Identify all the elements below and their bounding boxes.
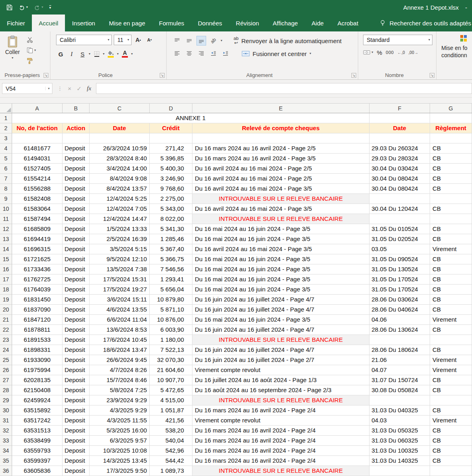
font-size-select[interactable]: 11 ▾ — [114, 35, 132, 45]
cell[interactable]: 61733436 — [12, 264, 63, 274]
cell[interactable]: Deposit — [63, 194, 90, 204]
accounting-dropdown-icon[interactable]: ▾ — [372, 51, 373, 54]
paste-dropdown-icon[interactable]: ▾ — [12, 56, 13, 60]
cell[interactable] — [370, 113, 430, 123]
undo-dropdown-icon[interactable]: ▾ — [26, 6, 28, 9]
cell[interactable]: Deposit — [63, 365, 90, 375]
cell[interactable]: 4 515,00 — [150, 395, 192, 405]
cell[interactable] — [430, 395, 472, 405]
cell[interactable] — [12, 133, 63, 143]
cell[interactable]: 61975994 — [12, 365, 63, 375]
row-header-15[interactable]: 15 — [0, 254, 12, 264]
cell[interactable]: INTROUVABLE SUR LE RELEVE BANCAIRE — [192, 466, 370, 476]
cell[interactable]: Virement compte revolut — [192, 416, 370, 426]
tab-formules[interactable]: Formules — [152, 15, 191, 31]
cell[interactable]: No, de l'action — [12, 123, 63, 133]
cell[interactable]: 7 546,56 — [150, 264, 192, 274]
select-all-button[interactable] — [0, 104, 12, 113]
cell[interactable]: 2 275,00 — [150, 194, 192, 204]
cell[interactable]: Deposit — [63, 214, 90, 224]
cell[interactable]: 61685809 — [12, 224, 63, 234]
cell[interactable]: 31.03 Du 140325 — [370, 456, 430, 466]
font-color-dropdown-icon[interactable]: ▾ — [131, 52, 133, 56]
cell[interactable]: 63559793 — [12, 446, 63, 456]
cell[interactable]: 30.04 Du 080424 — [370, 174, 430, 184]
row-header-30[interactable]: 30 — [0, 405, 12, 416]
cell[interactable]: 5/8/2024 7:25 — [90, 385, 150, 395]
align-right-button[interactable] — [196, 49, 206, 58]
cell[interactable]: Deposit — [63, 405, 90, 416]
cell[interactable]: 4/3/2025 11:55 — [90, 416, 150, 426]
cell[interactable]: 6/3/2025 9:57 — [90, 436, 150, 446]
police-dialog-launcher[interactable]: ↘ — [160, 73, 165, 78]
cell[interactable]: 61556288 — [12, 184, 63, 194]
cell[interactable]: 1 293,41 — [150, 274, 192, 285]
comma-style-button[interactable]: 000 — [386, 50, 394, 55]
cell[interactable]: 28.06 Du 180624 — [370, 345, 430, 355]
row-header-17[interactable]: 17 — [0, 274, 12, 285]
cell[interactable]: 30.04 Du 030424 — [370, 164, 430, 174]
alignement-dialog-launcher[interactable]: ↘ — [351, 73, 356, 78]
cell[interactable]: 61847120 — [12, 315, 63, 325]
cell[interactable]: 15/7/2024 8:46 — [90, 375, 150, 385]
cell[interactable]: Deposit — [63, 174, 90, 184]
cell[interactable]: 4/3/2025 9:29 — [90, 405, 150, 416]
cell[interactable]: 61933090 — [12, 355, 63, 365]
row-header-25[interactable]: 25 — [0, 355, 12, 365]
cell[interactable]: Du 16 mai 2024 au 16 juin 2024 - Page 3/… — [192, 224, 370, 234]
cell[interactable]: 61891533 — [12, 335, 63, 345]
tab-revision[interactable]: Révision — [229, 15, 266, 31]
cell[interactable]: Deposit — [63, 375, 90, 385]
cell[interactable] — [90, 133, 150, 143]
cell[interactable]: Date — [90, 123, 150, 133]
copy-dropdown-icon[interactable]: ▾ — [34, 49, 36, 52]
quick-access-customize-button[interactable]: ▾ — [49, 5, 51, 10]
cell[interactable]: 8/4/2024 9:08 — [90, 174, 150, 184]
row-header-16[interactable]: 16 — [0, 264, 12, 274]
cell[interactable]: Deposit — [63, 436, 90, 446]
cell[interactable]: Virement — [430, 244, 472, 254]
tab-insertion[interactable]: Insertion — [65, 15, 102, 31]
cell[interactable]: 13/5/2024 7:38 — [90, 264, 150, 274]
row-header-11[interactable]: 11 — [0, 214, 12, 224]
cell[interactable]: CB — [430, 254, 472, 264]
font-color-button[interactable]: A — [120, 49, 129, 59]
cell[interactable]: 18/6/2024 13:47 — [90, 345, 150, 355]
column-header-D[interactable]: D — [150, 104, 192, 113]
cell[interactable]: 1/5/2024 13:33 — [90, 224, 150, 234]
cell[interactable]: Deposit — [63, 426, 90, 436]
cell[interactable]: CB — [430, 405, 472, 416]
cell[interactable]: 03.05 — [370, 244, 430, 254]
enter-entry-button[interactable]: ✓ — [77, 85, 82, 92]
cell[interactable]: 62028135 — [12, 375, 63, 385]
cell[interactable]: Du 16 juin 2024 au 16 juillet 2024 - Pag… — [192, 345, 370, 355]
column-header-G[interactable]: G — [430, 104, 472, 113]
cell[interactable]: 271,42 — [150, 143, 192, 154]
cell[interactable]: 61582408 — [12, 194, 63, 204]
paste-button[interactable]: Coller ▾ — [1, 33, 24, 64]
row-header-3[interactable]: 3 — [0, 133, 12, 143]
cell[interactable]: Deposit — [63, 164, 90, 174]
cell[interactable]: 17/6/2024 10:45 — [90, 335, 150, 345]
cell[interactable]: CB — [430, 154, 472, 164]
cell[interactable]: 2/5/2024 16:39 — [90, 234, 150, 244]
cell[interactable]: 61696315 — [12, 244, 63, 254]
column-header-E[interactable]: E — [192, 104, 370, 113]
cell[interactable]: 9 768,60 — [150, 184, 192, 194]
cell[interactable]: 10 907,70 — [150, 375, 192, 385]
cell[interactable]: 4/6/2024 13:55 — [90, 305, 150, 315]
cell[interactable]: 61694419 — [12, 234, 63, 244]
row-header-4[interactable]: 4 — [0, 143, 12, 154]
row-header-28[interactable]: 28 — [0, 385, 12, 395]
row-header-20[interactable]: 20 — [0, 305, 12, 315]
cell[interactable]: INTROUVABLE SUR LE RELEVE BANCAIRE — [192, 395, 370, 405]
borders-dropdown-icon[interactable]: ▾ — [103, 52, 104, 56]
cell[interactable]: 31.03 Du 040325 — [370, 405, 430, 416]
cell[interactable]: Du 16 mars 2024 au 16 avril 2024 - Page … — [192, 143, 370, 154]
cell[interactable]: 28.06 Du 030624 — [370, 295, 430, 305]
cell[interactable]: 1 089,73 — [150, 466, 192, 476]
cell[interactable]: Deposit — [63, 456, 90, 466]
cell[interactable]: Du 16 mars 2024 au 16 avril 2024 - Page … — [192, 436, 370, 446]
cell[interactable]: Deposit — [63, 254, 90, 264]
cell[interactable]: Virement — [430, 365, 472, 375]
